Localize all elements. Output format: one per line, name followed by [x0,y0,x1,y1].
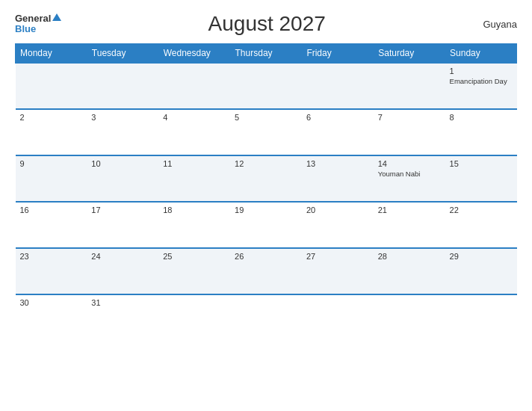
day-number: 23 [20,252,83,261]
calendar-cell: 6 [302,109,374,155]
calendar-cell [230,63,302,109]
calendar-cell [87,63,158,109]
calendar-cell: 23 [16,248,87,294]
calendar-cell: 14Youman Nabi [374,155,445,202]
calendar-table: MondayTuesdayWednesdayThursdayFridaySatu… [15,43,517,341]
calendar-cell: 26 [230,248,302,294]
calendar-cell: 15 [445,155,517,202]
day-number: 22 [450,206,513,214]
calendar-cell: 9 [16,155,87,202]
weekday-saturday: Saturday [374,44,445,64]
logo-blue-text: Blue [15,24,61,34]
day-number: 16 [20,206,83,214]
calendar-cell: 11 [158,155,230,202]
day-number: 20 [306,206,369,214]
day-number: 29 [450,252,513,261]
day-number: 31 [91,298,154,307]
week-row-3: 91011121314Youman Nabi15 [16,155,517,202]
day-number: 9 [20,159,83,168]
weekday-tuesday: Tuesday [87,44,158,64]
day-number: 26 [235,252,297,261]
calendar-cell: 29 [445,248,517,294]
logo-triangle-icon [52,13,61,21]
calendar-cell: 10 [87,155,158,202]
day-number: 24 [91,252,154,261]
calendar-cell: 1Emancipation Day [445,63,517,109]
day-number: 10 [91,159,154,168]
logo: General Blue [15,13,61,35]
calendar-cell: 3 [87,109,158,155]
day-number: 5 [235,113,297,122]
calendar-cell: 12 [230,155,302,202]
calendar-cell: 2 [16,109,87,155]
week-row-5: 23242526272829 [16,248,517,294]
week-row-1: 1Emancipation Day [16,63,517,109]
day-number: 28 [378,252,441,261]
calendar-page: General Blue August 2027 Guyana MondayTu… [0,0,532,411]
calendar-cell [302,294,374,341]
day-number: 19 [235,206,297,214]
day-number: 18 [163,206,226,214]
day-number: 25 [163,252,226,261]
calendar-cell: 7 [374,109,445,155]
calendar-cell [16,63,87,109]
calendar-cell: 18 [158,202,230,248]
calendar-cell [230,294,302,341]
day-number: 27 [306,252,369,261]
calendar-cell: 31 [87,294,158,341]
day-number: 13 [306,159,369,168]
calendar-title: August 2027 [61,12,472,36]
day-number: 11 [163,159,226,168]
calendar-cell: 21 [374,202,445,248]
calendar-cell: 27 [302,248,374,294]
calendar-cell [158,63,230,109]
weekday-friday: Friday [302,44,374,64]
calendar-cell: 20 [302,202,374,248]
logo-general-text: General [15,13,51,24]
day-number: 6 [306,113,369,122]
calendar-cell [302,63,374,109]
calendar-cell [445,294,517,341]
calendar-cell: 30 [16,294,87,341]
calendar-cell: 28 [374,248,445,294]
calendar-cell: 25 [158,248,230,294]
day-number: 4 [163,113,226,122]
week-row-2: 2345678 [16,109,517,155]
country-label: Guyana [472,19,517,30]
day-number: 3 [91,113,154,122]
weekday-header-row: MondayTuesdayWednesdayThursdayFridaySatu… [16,44,517,64]
weekday-monday: Monday [16,44,87,64]
holiday-label: Emancipation Day [450,77,513,86]
day-number: 8 [450,113,513,122]
calendar-cell: 17 [87,202,158,248]
calendar-cell: 8 [445,109,517,155]
week-row-6: 3031 [16,294,517,341]
weekday-sunday: Sunday [445,44,517,64]
day-number: 7 [378,113,441,122]
calendar-cell: 24 [87,248,158,294]
calendar-cell: 22 [445,202,517,248]
day-number: 12 [235,159,297,168]
calendar-cell: 16 [16,202,87,248]
day-number: 30 [20,298,83,307]
calendar-cell: 5 [230,109,302,155]
week-row-4: 16171819202122 [16,202,517,248]
calendar-cell: 13 [302,155,374,202]
day-number: 1 [450,67,513,75]
day-number: 14 [378,159,441,168]
holiday-label: Youman Nabi [378,170,441,179]
weekday-wednesday: Wednesday [158,44,230,64]
calendar-cell [374,294,445,341]
calendar-cell [374,63,445,109]
header: General Blue August 2027 Guyana [15,12,517,36]
weekday-thursday: Thursday [230,44,302,64]
day-number: 21 [378,206,441,214]
calendar-cell: 19 [230,202,302,248]
day-number: 2 [20,113,83,122]
day-number: 17 [91,206,154,214]
calendar-cell: 4 [158,109,230,155]
calendar-cell [158,294,230,341]
day-number: 15 [450,159,513,168]
